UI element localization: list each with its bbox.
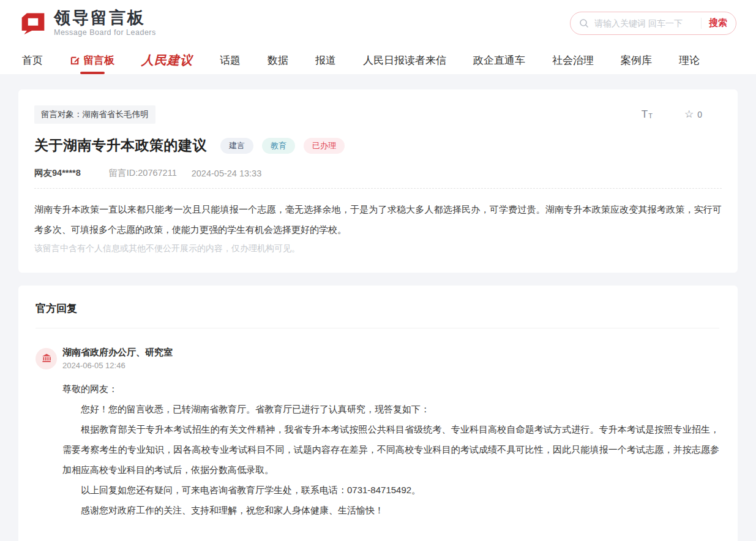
nav-item-2[interactable]: 人民建议 [141,46,193,74]
message-tag-0: 建言 [220,138,253,154]
message-time: 2024-05-24 13:33 [192,168,262,178]
star-icon: ☆ [684,108,694,121]
search-icon [579,18,589,28]
search-input[interactable] [594,18,694,28]
favorite-count: 0 [697,110,702,119]
message-card: 留言对象：湖南省省长毛伟明 TT ☆ 0 关于湖南专升本政策的建议 建言教育已办… [18,89,738,273]
nav-item-3[interactable]: 话题 [220,46,241,74]
nav-item-7[interactable]: 政企直通车 [473,46,525,74]
reply-paragraph-0: 尊敬的网友： [62,379,719,399]
message-top-row: 留言对象：湖南省省长毛伟明 TT ☆ 0 [34,105,722,124]
nav-item-label: 留言板 [83,53,114,67]
message-author: 网友94****8 [34,167,81,179]
nav-item-label: 案例库 [621,53,652,67]
reply-paragraph-3: 以上回复如您还有疑问，可来电咨询省教育厅学生处，联系电话：0731-847154… [62,480,719,500]
nav-item-label: 社会治理 [552,53,594,67]
nav-item-1[interactable]: 留言板 [70,46,114,74]
message-tags: 建言教育已办理 [220,138,345,154]
nav-item-label: 人民日报读者来信 [363,53,446,67]
message-title: 关于湖南专升本政策的建议 [34,136,207,155]
nav-item-9[interactable]: 案例库 [621,46,652,74]
nav-item-label: 话题 [220,53,241,67]
search-box: 搜索 [570,12,736,35]
nav-item-8[interactable]: 社会治理 [552,46,594,74]
logo-icon [20,10,47,37]
logo-title: 领导留言板 [54,9,156,28]
font-size-big: T [642,109,648,119]
reply-header: 湖南省政府办公厅、研究室 2024-06-05 12:46 [36,347,719,370]
site-logo[interactable]: 领导留言板 Message Board for Leaders [20,9,156,37]
meta-divider [34,188,722,189]
bank-icon [41,353,52,364]
reply-agency: 湖南省政府办公厅、研究室 [62,347,173,358]
search-button[interactable]: 搜索 [709,17,727,29]
message-target-badge[interactable]: 留言对象：湖南省省长毛伟明 [34,105,155,124]
privacy-note: 该留言中含有个人信息或其他不便公开展示的内容，仅办理机构可见。 [34,243,722,254]
reply-divider [36,328,719,328]
official-reply-card: 官方回复 湖南省政府办公厅、研究室 2024-06-05 12:46 尊敬的网友… [18,286,738,541]
nav-item-label: 首页 [22,53,43,67]
main-nav: 首页留言板人民建议话题数据报道人民日报读者来信政企直通车社会治理案例库理论 [0,46,756,74]
reply-paragraph-4: 感谢您对政府工作的关注、支持和理解，祝您和家人身体健康、生活愉快！ [62,500,719,520]
reply-body: 尊敬的网友：您好！您的留言收悉，已转湖南省教育厅。省教育厅已进行了认真研究，现答… [62,379,719,520]
nav-item-label: 政企直通车 [473,53,525,67]
nav-item-0[interactable]: 首页 [22,46,43,74]
message-body: 湖南专升本政策一直以来都只能考一次且只能填报一个志愿，毫无选择余地，于是为了求稳… [34,199,722,240]
nav-active-underline [80,72,105,74]
nav-item-4[interactable]: 数据 [268,46,288,74]
edit-icon [70,55,80,66]
page-content: 留言对象：湖南省省长毛伟明 TT ☆ 0 关于湖南专升本政策的建议 建言教育已办… [0,74,756,541]
nav-item-10[interactable]: 理论 [679,46,700,74]
nav-item-label: 数据 [268,53,288,67]
font-size-small: T [648,113,653,119]
nav-item-label: 人民建议 [141,52,193,69]
nav-item-6[interactable]: 人民日报读者来信 [363,46,446,74]
reply-section-title: 官方回复 [36,301,719,316]
logo-subtitle: Message Board for Leaders [54,28,156,37]
search-divider [701,18,702,29]
reply-time: 2024-06-05 12:46 [62,361,173,370]
reply-agency-block: 湖南省政府办公厅、研究室 2024-06-05 12:46 [62,347,173,370]
message-meta: 网友94****8 留言ID:20767211 2024-05-24 13:33 [34,167,722,179]
government-avatar [36,348,57,369]
reply-paragraph-2: 根据教育部关于专升本考试招生的有关文件精神，我省专升本考试按照公共科目省级统考、… [62,419,719,480]
favorite-button[interactable]: ☆ 0 [684,108,702,121]
reply-paragraph-1: 您好！您的留言收悉，已转湖南省教育厅。省教育厅已进行了认真研究，现答复如下： [62,399,719,419]
message-tools: TT ☆ 0 [642,108,702,121]
nav-item-5[interactable]: 报道 [315,46,336,74]
message-tag-2: 已办理 [304,138,345,154]
message-tag-1: 教育 [262,138,295,154]
site-header: 领导留言板 Message Board for Leaders 搜索 [0,0,756,46]
message-id: 留言ID:20767211 [109,167,177,179]
logo-text: 领导留言板 Message Board for Leaders [54,9,156,37]
message-title-row: 关于湖南专升本政策的建议 建言教育已办理 [34,136,722,155]
nav-item-label: 理论 [679,53,700,67]
font-size-icon[interactable]: TT [642,109,653,119]
nav-item-label: 报道 [315,53,336,67]
